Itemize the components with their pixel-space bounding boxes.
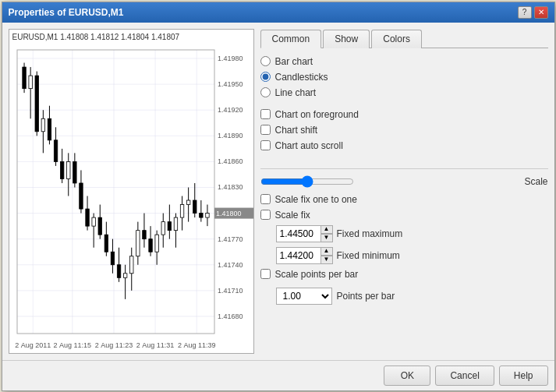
dialog-body: EURUSD,M1 1.41808 1.41812 1.41804 1.4180… (2, 23, 554, 360)
fixed-min-row: ▲ ▼ Fixed minimum (276, 247, 548, 264)
checkbox-shift-label: Chart shift (275, 125, 318, 136)
points-per-bar-label: Points per bar (337, 291, 395, 302)
fixed-min-up-btn[interactable]: ▲ (320, 247, 333, 256)
checkbox-scale-fix-one-label: Scale fix one to one (275, 194, 357, 205)
scale-slider[interactable] (260, 175, 354, 188)
radio-line-chart[interactable]: Line chart (260, 87, 548, 98)
checkbox-autoscroll[interactable]: Chart auto scroll (260, 140, 548, 151)
chart-type-radio-group: Bar chart Candlesticks Line chart (260, 56, 548, 98)
help-title-button[interactable]: ? (518, 6, 532, 19)
radio-line-chart-label: Line chart (275, 87, 317, 98)
title-controls: ? ✕ (518, 6, 548, 19)
fixed-max-up-btn[interactable]: ▲ (320, 225, 333, 234)
tab-bar: Common Show Colors (260, 29, 548, 48)
checkbox-scale-points-input[interactable] (260, 269, 271, 279)
close-button[interactable]: ✕ (534, 6, 548, 19)
checkbox-scale-fix-label: Scale fix (275, 210, 310, 221)
chart-header: EURUSD,M1 1.41808 1.41812 1.41804 1.4180… (12, 33, 180, 41)
fixed-min-down-btn[interactable]: ▼ (320, 256, 333, 264)
checkbox-scale-fix[interactable]: Scale fix (260, 210, 548, 221)
checkbox-scale-fix-input[interactable] (260, 210, 271, 220)
tab-common[interactable]: Common (260, 30, 322, 48)
fixed-max-spinbox: ▲ ▼ (276, 225, 332, 242)
radio-bar-chart-label: Bar chart (275, 56, 313, 67)
fixed-max-spinbox-btns: ▲ ▼ (320, 225, 333, 242)
chart-area: EURUSD,M1 1.41808 1.41812 1.41804 1.4180… (9, 29, 254, 354)
radio-candlesticks-label: Candlesticks (275, 72, 328, 83)
fixed-max-label: Fixed maximum (337, 228, 403, 239)
fixed-max-input[interactable] (280, 228, 320, 239)
checkbox-foreground[interactable]: Chart on foreground (260, 109, 548, 120)
scale-row: Scale (260, 175, 548, 188)
fixed-max-down-btn[interactable]: ▼ (320, 234, 333, 242)
dialog-title: Properties of EURUSD,M1 (9, 7, 124, 18)
fixed-max-row: ▲ ▼ Fixed maximum (276, 225, 548, 242)
scale-checkboxes: Scale fix one to one Scale fix (260, 194, 548, 221)
checkbox-scale-fix-one-input[interactable] (260, 194, 271, 204)
candlestick-chart (9, 30, 254, 354)
points-per-bar-select[interactable]: 1.00 2.00 3.00 (276, 288, 332, 305)
ok-button[interactable]: OK (384, 366, 430, 386)
separator (260, 168, 548, 169)
checkbox-scale-points-label: Scale points per bar (275, 269, 359, 280)
properties-dialog: Properties of EURUSD,M1 ? ✕ EURUSD,M1 1.… (2, 2, 555, 391)
scale-label: Scale (524, 176, 547, 187)
fixed-min-input[interactable] (280, 250, 320, 261)
tab-colors[interactable]: Colors (371, 30, 422, 48)
fixed-min-label: Fixed minimum (337, 250, 400, 261)
points-per-bar-row: 1.00 2.00 3.00 Points per bar (276, 288, 548, 305)
radio-bar-chart[interactable]: Bar chart (260, 56, 548, 67)
options-panel: Bar chart Candlesticks Line chart (260, 56, 548, 354)
fixed-min-spinbox: ▲ ▼ (276, 247, 332, 264)
radio-candlesticks[interactable]: Candlesticks (260, 72, 548, 83)
help-button[interactable]: Help (499, 366, 548, 386)
fixed-min-spinbox-btns: ▲ ▼ (320, 247, 333, 264)
checkbox-shift[interactable]: Chart shift (260, 125, 548, 136)
tab-show[interactable]: Show (323, 30, 370, 48)
right-panel: Common Show Colors Bar chart Candlestick… (260, 29, 548, 354)
title-bar: Properties of EURUSD,M1 ? ✕ (2, 2, 554, 23)
checkbox-foreground-label: Chart on foreground (275, 109, 359, 120)
scale-slider-wrap (260, 175, 519, 188)
checkbox-shift-input[interactable] (260, 125, 271, 135)
radio-candlesticks-input[interactable] (260, 72, 271, 82)
dialog-footer: OK Cancel Help (2, 360, 554, 390)
checkbox-scale-fix-one[interactable]: Scale fix one to one (260, 194, 548, 205)
cancel-button[interactable]: Cancel (435, 366, 494, 386)
checkbox-foreground-input[interactable] (260, 109, 271, 119)
radio-line-chart-input[interactable] (260, 87, 271, 97)
checkbox-autoscroll-label: Chart auto scroll (275, 140, 343, 151)
radio-bar-chart-input[interactable] (260, 56, 271, 66)
display-checkboxes: Chart on foreground Chart shift Chart au… (260, 109, 548, 151)
checkbox-scale-points[interactable]: Scale points per bar (260, 269, 548, 280)
checkbox-autoscroll-input[interactable] (260, 140, 271, 150)
